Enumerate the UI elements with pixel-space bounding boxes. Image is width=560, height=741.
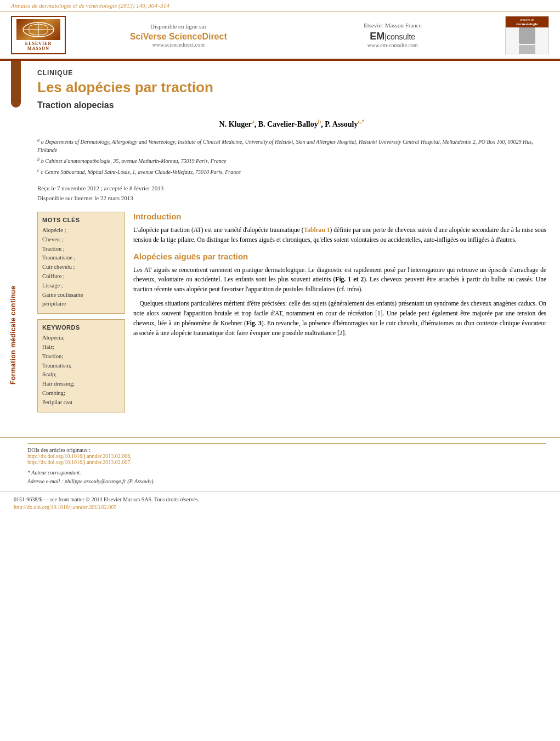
auteur-note: * Auteur correspondant. [27, 468, 546, 477]
kw-en-5: Hair dressing; [42, 380, 120, 389]
article-col: Introduction L'alopécie par traction (AT… [133, 212, 546, 418]
copyright-text: 0151-9638/$ — see front matter © 2013 El… [14, 496, 546, 502]
kw-fr-2: Traction ; [42, 245, 120, 254]
footer-bottom: 0151-9638/$ — see front matter © 2013 El… [0, 491, 560, 514]
article-title-en: Traction alopecias [37, 100, 546, 110]
doi1[interactable]: http://dx.doi.org/10.1016/j.annder.2013.… [27, 453, 546, 459]
main-doi[interactable]: http://dx.doi.org/10.1016/j.annder.2013.… [14, 504, 546, 510]
kw-fr-3: Traumatisme ; [42, 253, 120, 263]
page-footer: DOIs des articles originaux : http://dx.… [0, 437, 560, 491]
dois-label: DOIs des articles originaux : [27, 447, 546, 453]
tableau-ref: Tableau 1 [304, 227, 330, 233]
masson-text: MASSON [27, 46, 49, 51]
author3: P. Assouly [325, 120, 358, 128]
doi2[interactable]: http://dx.doi.org/10.1016/j.annder.2013.… [27, 459, 546, 465]
journal-header: ELSEVIER MASSON Disponible en ligne sur … [0, 12, 560, 60]
available-date: Disponible sur Internet le 22 mars 2013 [37, 193, 546, 203]
fig1-ref: Fig. 1 et 2 [335, 276, 364, 282]
fig3-ref: Fig. 3 [246, 320, 262, 326]
kw-fr-5: Coiffure ; [42, 272, 120, 281]
author1-sup: a [252, 118, 254, 125]
kw-fr-7: Gaine coulissante [42, 291, 120, 300]
kw-fr-0: Alopécie ; [42, 226, 120, 235]
author1: N. Kluger [219, 120, 252, 128]
received-date: Reçu le 7 novembre 2012 ; accepté le 8 f… [37, 183, 546, 194]
section2-body: Les AT aiguës se rencontrent rarement en… [133, 265, 546, 338]
kw-en-0: Alopecia; [42, 333, 120, 343]
formation-text: Formation médicale continue [9, 286, 17, 384]
email-note: Adresse e-mail : philippe.assouly@orange… [27, 477, 546, 486]
kw-en-7: Peripilar cast [42, 398, 120, 408]
article-title-fr: Les alopécies par traction [37, 79, 546, 96]
footer-notes: * Auteur correspondant. Adresse e-mail :… [27, 468, 546, 486]
elsevier-logo: ELSEVIER MASSON [11, 16, 66, 54]
keywords-list: Alopecia; Hair; Traction; Traumatism; Sc… [42, 333, 120, 407]
kw-fr-1: Cheveu ; [42, 235, 120, 245]
author2-sup: b [318, 118, 321, 125]
sciverse-block: Disponible en ligne sur SciVerse Science… [77, 23, 280, 48]
formation-sidebar: Formation médicale continue [0, 280, 26, 390]
left-sidebar: Formation médicale continue [0, 61, 26, 426]
dates-block: Reçu le 7 novembre 2012 ; accepté le 8 f… [37, 183, 546, 203]
affiliation-b: b b Cabinet d'anatomopathologie, 35, ave… [37, 156, 546, 165]
em-consulte-block: Elsevier Masson France EM|consulte www.e… [291, 22, 495, 48]
kw-en-1: Hair; [42, 343, 120, 352]
mots-cles-list: Alopécie ; Cheveu ; Traction ; Traumatis… [42, 226, 120, 309]
brown-accent [11, 61, 21, 108]
intro-para: L'alopécie par traction (AT) est une var… [133, 225, 546, 245]
thumb-box: annales de dermatologie [505, 16, 549, 54]
footer-hr [27, 443, 546, 444]
thumb-label: annales de dermatologie [506, 16, 548, 27]
kw-en-2: Traction; [42, 352, 120, 361]
kw-en-3: Traumatism; [42, 361, 120, 371]
section2-para1: Les AT aiguës se rencontrent rarement en… [133, 265, 546, 295]
em-url: www.em-consulte.com [291, 42, 495, 48]
kw-fr-4: Cuir chevelu ; [42, 263, 120, 272]
keywords-col: MOTS CLÉS Alopécie ; Cheveu ; Traction ;… [37, 212, 125, 418]
journal-citation: Annales de dermatologie et de vénéréolog… [0, 0, 560, 12]
disponible-label: Disponible en ligne sur [77, 23, 280, 30]
author3-sup: c,* [358, 118, 365, 125]
section2-para2: Quelques situations particulières mérite… [133, 299, 546, 338]
section2-heading: Alopécies aiguës par traction [133, 252, 546, 261]
author2: B. Cavelier-Balloy [258, 120, 318, 128]
kw-fr-8: péripilaire [42, 299, 120, 309]
journal-thumbnail: annales de dermatologie [505, 16, 549, 54]
intro-heading: Introduction [133, 212, 546, 221]
mots-cles-box: MOTS CLÉS Alopécie ; Cheveu ; Traction ;… [37, 212, 125, 314]
elsevier-masson-label: Elsevier Masson France [291, 22, 495, 29]
two-col-layout: MOTS CLÉS Alopécie ; Cheveu ; Traction ;… [37, 212, 546, 418]
sciverse-name[interactable]: SciVerse ScienceDirect [77, 32, 280, 42]
section-label: CLINIQUE [37, 69, 546, 77]
citation-text: Annales de dermatologie et de vénéréolog… [11, 2, 169, 9]
dois-block: DOIs des articles originaux : http://dx.… [27, 447, 546, 465]
keywords-title: KEYWORDS [42, 324, 120, 331]
logo-image [16, 19, 60, 40]
mots-cles-title: MOTS CLÉS [42, 217, 120, 223]
sciverse-url: www.sciencedirect.com [77, 42, 280, 48]
keywords-box: KEYWORDS Alopecia; Hair; Traction; Traum… [37, 319, 125, 412]
main-wrapper: Formation médicale continue CLINIQUE Les… [0, 61, 560, 426]
affiliation-c: c c Centre Sabouraud, hôpital Saint-Loui… [37, 167, 546, 176]
authors: N. Klugera, B. Cavelier-Balloyb, P. Asso… [37, 118, 546, 129]
affiliations: a a Departments of Dermatology, Allergol… [37, 137, 546, 177]
thumb-content [506, 27, 548, 54]
kw-fr-6: Lissage ; [42, 281, 120, 291]
kw-en-6: Combing; [42, 389, 120, 398]
kw-en-4: Scalp; [42, 370, 120, 380]
affiliation-a: a a Departments of Dermatology, Allergol… [37, 137, 546, 154]
intro-body: L'alopécie par traction (AT) est une var… [133, 225, 546, 245]
em-logo: EM|consulte [291, 31, 495, 42]
elsevier-text: ELSEVIER [25, 41, 52, 46]
content-area: CLINIQUE Les alopécies par traction Trac… [26, 61, 560, 426]
